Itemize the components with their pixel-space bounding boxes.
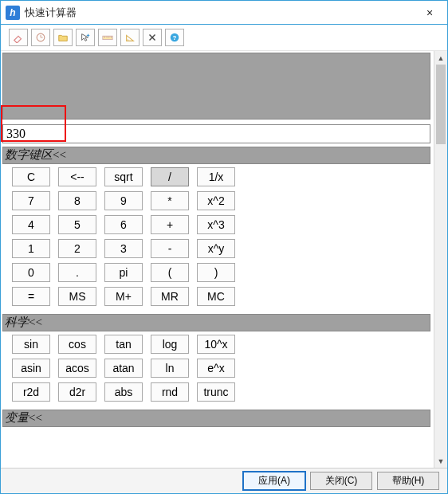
key-[interactable]: =: [12, 287, 50, 306]
svg-text:?: ?: [173, 34, 177, 41]
numeric-keypad: C<--sqrt/1/x789*x^2456+x^3123-x^y0.pi()=…: [2, 167, 430, 306]
key-log[interactable]: log: [151, 335, 189, 354]
scientific-keypad: sincostanlog10^xasinacosatanlne^xr2dd2ra…: [2, 335, 430, 402]
key-r2d[interactable]: r2d: [12, 382, 50, 402]
key-sqrt[interactable]: sqrt: [104, 167, 143, 186]
ruler-icon[interactable]: [98, 29, 117, 46]
key-c[interactable]: C: [12, 167, 50, 186]
key-atan[interactable]: atan: [104, 359, 143, 378]
toolbar: ?: [1, 25, 447, 51]
key-[interactable]: *: [151, 191, 189, 210]
input-row: [2, 124, 430, 143]
chevron-left-icon: <<: [53, 148, 66, 161]
apply-button[interactable]: 应用(A): [243, 472, 305, 490]
scientific-section-title: 科学: [5, 316, 29, 328]
key-asin[interactable]: asin: [12, 359, 50, 378]
variables-section-header[interactable]: 变量<<: [2, 410, 430, 427]
key-6[interactable]: 6: [104, 215, 143, 234]
key-2[interactable]: 2: [58, 239, 96, 258]
key-10x[interactable]: 10^x: [197, 335, 235, 354]
folder-icon[interactable]: [53, 29, 73, 46]
key-[interactable]: ): [197, 263, 235, 282]
help-icon[interactable]: ?: [165, 29, 184, 46]
close-button[interactable]: 关闭(C): [310, 472, 372, 490]
angle-icon[interactable]: [120, 29, 140, 46]
clock-icon[interactable]: [31, 29, 50, 46]
key-[interactable]: (: [151, 263, 189, 282]
key-cos[interactable]: cos: [58, 335, 96, 354]
key-rnd[interactable]: rnd: [151, 382, 189, 402]
key-7[interactable]: 7: [12, 191, 50, 210]
key-acos[interactable]: acos: [58, 359, 96, 378]
key-x3[interactable]: x^3: [197, 215, 235, 234]
key-1x[interactable]: 1/x: [197, 167, 235, 186]
key-9[interactable]: 9: [104, 191, 143, 210]
chevron-left-icon: <<: [29, 411, 42, 424]
key-ln[interactable]: ln: [151, 359, 189, 378]
app-icon: h: [6, 6, 20, 20]
key-x2[interactable]: x^2: [197, 191, 235, 210]
scroll-up-icon[interactable]: ▲: [434, 51, 447, 65]
key-trunc[interactable]: trunc: [197, 382, 235, 402]
key-pi[interactable]: pi: [104, 263, 143, 282]
window-close-button[interactable]: ×: [412, 1, 447, 24]
key-[interactable]: /: [151, 167, 189, 186]
pointer-plus-icon[interactable]: [76, 29, 95, 46]
key-ex[interactable]: e^x: [197, 359, 235, 378]
key-[interactable]: -: [151, 239, 189, 258]
numeric-section-title: 数字键区: [5, 148, 53, 161]
key-[interactable]: <--: [58, 167, 96, 186]
vertical-scrollbar[interactable]: ▲ ▼: [434, 51, 447, 468]
key-[interactable]: +: [151, 215, 189, 234]
scroll-area: 数字键区<< C<--sqrt/1/x789*x^2456+x^3123-x^y…: [1, 51, 434, 468]
scroll-thumb[interactable]: [436, 65, 446, 144]
client-area: 数字键区<< C<--sqrt/1/x789*x^2456+x^3123-x^y…: [1, 51, 447, 468]
key-d2r[interactable]: d2r: [58, 382, 96, 402]
help-button[interactable]: 帮助(H): [377, 472, 439, 490]
key-mc[interactable]: MC: [197, 287, 235, 306]
chevron-left-icon: <<: [29, 316, 42, 328]
scroll-track[interactable]: [434, 65, 447, 454]
key-1[interactable]: 1: [12, 239, 50, 258]
titlebar: h 快速计算器 ×: [1, 1, 447, 25]
expression-input[interactable]: [2, 124, 430, 143]
footer-button-bar: 应用(A) 关闭(C) 帮助(H): [1, 468, 447, 493]
key-5[interactable]: 5: [58, 215, 96, 234]
key-mr[interactable]: MR: [151, 287, 189, 306]
key-ms[interactable]: MS: [58, 287, 96, 306]
svg-line-1: [14, 41, 18, 44]
window-title: 快速计算器: [25, 6, 412, 20]
numeric-section-header[interactable]: 数字键区<<: [2, 147, 430, 164]
eraser-icon[interactable]: [9, 29, 28, 46]
variables-section-title: 变量: [5, 411, 29, 424]
key-3[interactable]: 3: [104, 239, 143, 258]
scroll-down-icon[interactable]: ▼: [434, 454, 447, 468]
close-icon: ×: [426, 6, 433, 19]
key-m[interactable]: M+: [104, 287, 143, 306]
key-abs[interactable]: abs: [104, 382, 143, 402]
key-4[interactable]: 4: [12, 215, 50, 234]
key-[interactable]: .: [58, 263, 96, 282]
key-xy[interactable]: x^y: [197, 239, 235, 258]
key-8[interactable]: 8: [58, 191, 96, 210]
display-panel: [2, 53, 430, 120]
key-0[interactable]: 0: [12, 263, 50, 282]
clear-x-icon[interactable]: [143, 29, 162, 46]
key-tan[interactable]: tan: [104, 335, 143, 354]
svg-marker-0: [14, 36, 22, 43]
key-sin[interactable]: sin: [12, 335, 50, 354]
scientific-section-header[interactable]: 科学<<: [2, 314, 430, 331]
